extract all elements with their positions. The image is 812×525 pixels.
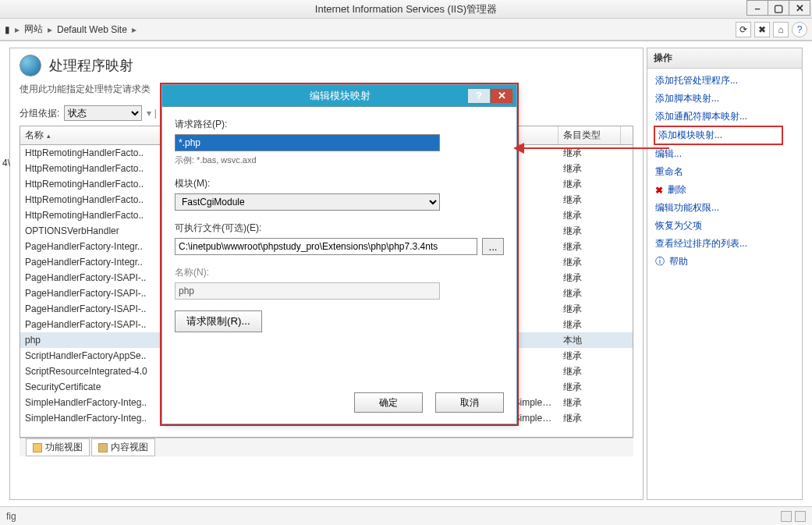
annotation-arrow xyxy=(513,140,669,156)
group-by-label: 分组依据: xyxy=(20,107,59,120)
close-button[interactable]: ✕ xyxy=(789,0,810,16)
cancel-button[interactable]: 取消 xyxy=(435,392,504,413)
navbar: ▮ ▸ 网站 ▸ Default Web Site ▸ ⟳ ✖ ⌂ ? xyxy=(0,19,812,41)
breadcrumb-sep-icon: ▸ xyxy=(132,24,137,35)
request-path-label: 请求路径(P): xyxy=(175,118,504,131)
delete-icon: ✖ xyxy=(655,185,663,196)
request-path-hint: 示例: *.bas, wsvc.axd xyxy=(175,154,504,166)
home-icon[interactable]: ⌂ xyxy=(773,22,789,37)
dialog-close-button[interactable]: ✕ xyxy=(490,88,513,104)
view-tabs: 功能视图 内容视图 xyxy=(20,438,633,456)
crumb-server-icon: ▮ xyxy=(5,24,10,35)
refresh-icon[interactable]: ⟳ xyxy=(736,22,751,37)
nav-icons: ⟳ ✖ ⌂ ? xyxy=(736,22,807,37)
executable-input[interactable] xyxy=(175,238,477,255)
sidebar-item-edit[interactable]: 编辑... xyxy=(651,145,799,163)
tab-content-view[interactable]: 内容视图 xyxy=(91,438,155,456)
crumb-default-site[interactable]: Default Web Site xyxy=(57,24,127,35)
sidebar-item-rename[interactable]: 重命名 xyxy=(651,163,799,181)
status-text: fig xyxy=(6,511,16,522)
dialog-title: 编辑模块映射 xyxy=(212,89,468,103)
sidebar-item-label: 删除 xyxy=(668,183,686,197)
content-icon xyxy=(98,443,108,452)
stop-icon[interactable]: ✖ xyxy=(754,22,770,37)
cell-etype: 继承 xyxy=(558,193,621,207)
edit-module-mapping-dialog: 编辑模块映射 ? ✕ 请求路径(P): 示例: *.bas, wsvc.axd … xyxy=(161,84,517,424)
features-icon xyxy=(33,443,42,452)
group-by-select[interactable]: 状态 xyxy=(64,105,142,121)
cell-etype: 继承 xyxy=(558,396,621,410)
ok-button[interactable]: 确定 xyxy=(354,392,423,413)
cell-etype: 继承 xyxy=(558,209,621,222)
name-input xyxy=(175,282,440,300)
tree-label: 4\ xyxy=(2,158,10,168)
breadcrumb: ▮ ▸ 网站 ▸ Default Web Site ▸ xyxy=(5,23,137,36)
sidebar-item-add_script[interactable]: 添加脚本映射... xyxy=(651,90,799,108)
cell-etype: 继承 xyxy=(558,256,621,269)
dialog-help-button[interactable]: ? xyxy=(467,88,491,104)
module-label: 模块(M): xyxy=(175,177,504,190)
status-bar: fig xyxy=(0,506,812,525)
minimize-button[interactable]: – xyxy=(746,0,768,16)
executable-label: 可执行文件(可选)(E): xyxy=(175,222,504,235)
browse-button[interactable]: ... xyxy=(482,238,504,255)
info-icon: ⓘ xyxy=(655,255,665,268)
cell-etype: 继承 xyxy=(558,225,621,238)
sidebar-item-perm[interactable]: 编辑功能权限... xyxy=(651,199,799,217)
sidebar-item-help[interactable]: ⓘ帮助 xyxy=(651,253,799,271)
dialog-titlebar: 编辑模块映射 ? ✕ xyxy=(162,85,516,107)
cell-etype: 继承 xyxy=(558,412,621,425)
cell-etype: 本地 xyxy=(558,334,621,347)
cell-etype: 继承 xyxy=(558,303,621,316)
window-titlebar: Internet Information Services (IIS)管理器 –… xyxy=(0,0,812,19)
request-limit-button[interactable]: 请求限制(R)... xyxy=(175,310,262,332)
window-title: Internet Information Services (IIS)管理器 xyxy=(0,2,812,16)
cell-etype: 继承 xyxy=(558,318,621,332)
crumb-sites[interactable]: 网站 xyxy=(24,23,43,36)
maximize-button[interactable]: ▢ xyxy=(768,0,789,16)
sidebar-item-add_module[interactable]: 添加模块映射... xyxy=(654,126,783,145)
name-label: 名称(N): xyxy=(175,266,504,279)
cell-etype: 继承 xyxy=(558,162,621,176)
sidebar-item-add_managed[interactable]: 添加托管处理程序... xyxy=(651,72,799,90)
request-path-input[interactable] xyxy=(175,134,440,151)
sidebar-item-delete[interactable]: ✖删除 xyxy=(651,181,799,199)
status-icon xyxy=(795,511,806,522)
sidebar-header: 操作 xyxy=(647,48,802,69)
cell-etype: 继承 xyxy=(558,271,621,285)
breadcrumb-sep-icon: ▸ xyxy=(15,24,20,35)
cell-etype: 继承 xyxy=(558,365,621,378)
sidebar-item-add_wildcard[interactable]: 添加通配符脚本映射... xyxy=(651,108,799,126)
actions-sidebar: 操作 添加托管处理程序...添加脚本映射...添加通配符脚本映射...添加模块映… xyxy=(647,48,803,500)
tab-features-view[interactable]: 功能视图 xyxy=(26,438,90,456)
sidebar-item-view_sorted[interactable]: 查看经过排序的列表... xyxy=(651,235,799,253)
breadcrumb-sep-icon: ▸ xyxy=(48,24,52,35)
sidebar-item-revert[interactable]: 恢复为父项 xyxy=(651,217,799,235)
cell-etype: 继承 xyxy=(558,240,621,254)
cell-etype: 继承 xyxy=(558,178,621,191)
cell-etype: 继承 xyxy=(558,287,621,300)
handler-mapping-icon xyxy=(20,55,41,76)
sidebar-item-label: 帮助 xyxy=(669,255,688,268)
help-icon[interactable]: ? xyxy=(792,22,807,37)
status-icon xyxy=(781,511,792,522)
cell-etype: 继承 xyxy=(558,349,621,363)
window-controls: – ▢ ✕ xyxy=(747,0,810,16)
module-select[interactable]: FastCgiModule xyxy=(175,193,440,211)
cell-etype: 继承 xyxy=(558,381,621,394)
page-title: 处理程序映射 xyxy=(49,56,133,75)
